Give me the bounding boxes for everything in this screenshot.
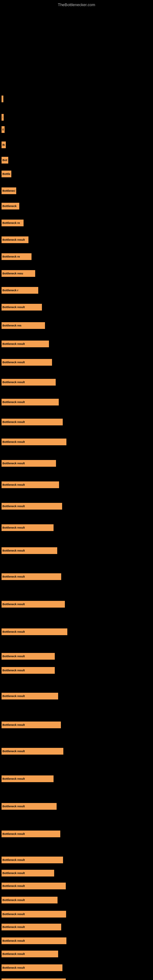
- bar-label: Bottleneck result: [2, 305, 25, 309]
- bar-label: Bottleneck result: [2, 420, 25, 423]
- bar-fill: Bottleneck result: [2, 748, 63, 755]
- bar-fill: Bottleneck result: [2, 481, 59, 488]
- bar-row: Bottleneck result: [2, 923, 61, 931]
- bar-row: Bottleneck result: [2, 964, 62, 972]
- bar-fill: Bo: [2, 126, 5, 133]
- bar-label: Bottleneck result: [2, 342, 25, 345]
- bar-row: Bottleneck result: [2, 378, 56, 386]
- bar-row: Bottleneck result: [2, 882, 66, 890]
- bar-row: Bottleneck result: [2, 502, 62, 510]
- bar-row: Bottleneck re: [2, 219, 24, 227]
- bar-label: Bottleneck result: [2, 549, 25, 552]
- bar-label: Bottleneck result: [2, 777, 25, 780]
- bar-label: Bottleneck result: [2, 953, 25, 956]
- bar-fill: Bottleneck result: [2, 628, 67, 635]
- bar-fill: Bottlen: [2, 170, 11, 177]
- bar-fill: Bottleneck result: [2, 911, 66, 918]
- bar-row: Bottleneck result: [2, 303, 42, 311]
- bar-label: Bottleneck result: [2, 505, 25, 508]
- bar-label: Bottleneck result: [2, 885, 25, 888]
- bar-row: Bottleneck result: [2, 896, 57, 904]
- bar-label: Bo: [2, 128, 4, 131]
- bar-label: Bottleneck resu: [2, 272, 23, 275]
- bar-label: Bottleneck result: [2, 926, 25, 929]
- bar-fill: Bottleneck result: [2, 937, 66, 944]
- bar-fill: B: [2, 114, 4, 121]
- bar-label: Bottleneck result: [2, 872, 25, 875]
- bar-row: Bo: [2, 126, 5, 134]
- bar-row: Bottleneck resu: [2, 269, 35, 277]
- bar-label: Bottleneck result: [2, 575, 25, 578]
- bar-label: Bottleneck result: [2, 655, 25, 658]
- bar-fill: Bottleneck re: [2, 253, 32, 260]
- bar-label: Bottleneck result: [2, 238, 25, 241]
- bar-label: B: [2, 116, 3, 119]
- bar-row: Bottleneck result: [2, 747, 63, 755]
- bar-row: Bottleneck result: [2, 856, 63, 864]
- bar-label: Bottleneck result: [2, 750, 25, 753]
- bar-label: Bottleneck result: [2, 723, 25, 726]
- bar-row: Bottleneck re: [2, 253, 32, 261]
- bar-label: Bottleneck: [2, 205, 16, 208]
- bar-fill: Bo: [2, 142, 6, 148]
- bar-label: Bottleneck result: [2, 462, 25, 465]
- bar-row: Bottleneck result: [2, 600, 65, 608]
- bar-row: Bottleneck result: [2, 524, 54, 531]
- bar-fill: Bottleneck result: [2, 803, 57, 810]
- bar-row: Bottleneck result: [2, 573, 61, 581]
- bar-row: Bottleneck res: [2, 321, 45, 329]
- bar-row: Bottleneck n: [2, 187, 16, 195]
- bar-row: Bottleneck result: [2, 481, 59, 489]
- bar-row: Bottleneck result: [2, 418, 63, 426]
- bar-label: Bottleneck result: [2, 858, 25, 861]
- bar-row: Bottleneck result: [2, 721, 61, 729]
- bar-label: Bottleneck res: [2, 324, 21, 327]
- bar-fill: Bottleneck result: [2, 439, 66, 445]
- bar-label: Bottleneck re: [2, 255, 20, 258]
- bar-fill: Bottleneck result: [2, 601, 65, 608]
- bar-label: Bottleneck result: [2, 832, 25, 835]
- bar-label: Bottleneck r: [2, 289, 18, 292]
- bar-label: Bottleneck result: [2, 441, 25, 444]
- bar-fill: Bottleneck result: [2, 722, 61, 728]
- bar-fill: Bottleneck result: [2, 653, 55, 660]
- bar-row: Bottleneck r: [2, 286, 38, 294]
- bar-row: Bottleneck result: [2, 628, 67, 636]
- bar-label: Bottleneck result: [2, 483, 25, 486]
- bar-label: Bottleneck result: [2, 381, 25, 384]
- bar-row: Bottleneck result: [2, 460, 56, 467]
- bar-fill: Bottleneck result: [2, 857, 63, 863]
- bar-fill: Bottleneck result: [2, 340, 49, 347]
- bar-row: B: [2, 113, 4, 121]
- bar-row: Bottlen: [2, 170, 11, 178]
- bar-row: Bottleneck result: [2, 830, 60, 838]
- bar-label: Bottleneck result: [2, 401, 25, 404]
- bar-fill: Bottleneck result: [2, 418, 63, 425]
- bar-fill: Bottleneck result: [2, 503, 62, 510]
- bar-row: Bottleneck result: [2, 869, 54, 877]
- bar-label: Bottleneck result: [2, 913, 25, 916]
- bar-fill: Bottleneck result: [2, 236, 29, 243]
- bar-fill: Bottleneck result: [2, 379, 56, 385]
- bar-fill: Bottl: [2, 157, 8, 164]
- bar-row: Bottleneck result: [2, 236, 29, 244]
- bar-fill: Bottleneck result: [2, 693, 58, 700]
- bar-fill: Bottleneck result: [2, 547, 57, 554]
- bar-label: Bo: [2, 143, 5, 146]
- bar-fill: Bottleneck result: [2, 667, 55, 674]
- bar-fill: Bottleneck result: [2, 870, 54, 877]
- bar-row: Bottleneck result: [2, 667, 55, 675]
- bar-fill: Bottleneck result: [2, 830, 60, 837]
- bar-row: Bottleneck result: [2, 340, 49, 348]
- bar-label: Bottleneck result: [2, 361, 25, 364]
- bar-fill: Bottleneck result: [2, 524, 54, 531]
- bar-fill: Bottleneck r: [2, 287, 38, 294]
- bar-label: Bottlen: [2, 172, 10, 175]
- bar-label: Bottleneck result: [2, 939, 25, 942]
- bar-row: [2, 95, 3, 103]
- bar-label: Bottleneck result: [2, 630, 25, 633]
- bar-row: Bottleneck result: [2, 692, 58, 700]
- bar-fill: Bottleneck resu: [2, 270, 35, 277]
- bar-row: Bottleneck result: [2, 950, 58, 958]
- bar-fill: Bottleneck res: [2, 322, 45, 329]
